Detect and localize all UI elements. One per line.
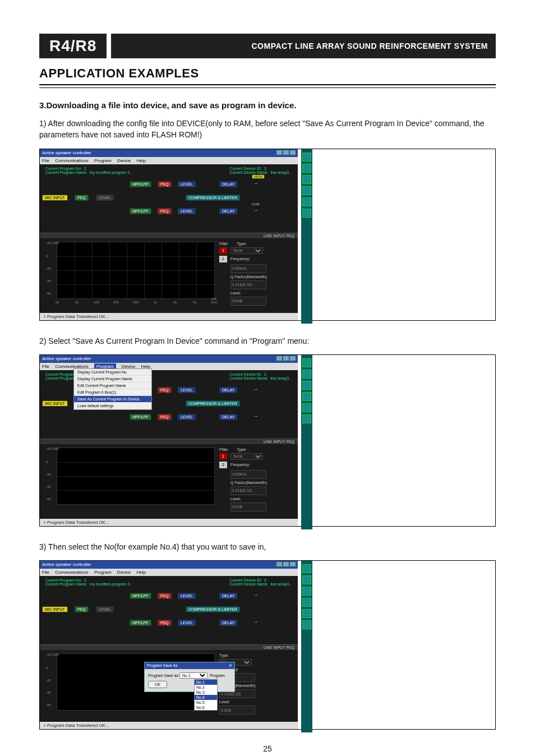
block-comp[interactable]: COMPRESSOR & LIMITER <box>186 606 240 612</box>
x-label: 1k <box>154 301 157 304</box>
window-buttons[interactable] <box>275 150 296 156</box>
window-titlebar: Active speaker controller <box>40 149 298 157</box>
list-item[interactable]: No.6 <box>195 705 217 710</box>
block-comp[interactable]: COMPRESSOR & LIMITER <box>186 195 240 201</box>
block-peq[interactable]: PEQ <box>158 593 172 599</box>
filter-1-button[interactable]: 1 <box>219 453 227 460</box>
q-input[interactable] <box>230 280 266 289</box>
list-item[interactable]: No.1 <box>195 680 217 685</box>
block-hpf[interactable]: HPF/LPF <box>130 593 151 599</box>
window-buttons[interactable] <box>275 562 296 568</box>
block-peq[interactable]: PEQ <box>158 387 172 393</box>
block-hpf-1[interactable]: HPF/LPF <box>130 181 151 187</box>
block-level-2[interactable]: LEVEL <box>178 208 196 214</box>
menu-file[interactable]: File <box>42 364 49 369</box>
menu-program[interactable]: Program <box>94 570 112 575</box>
filter-1-button[interactable]: 1 <box>219 247 227 254</box>
panel-header: LINE INPUT PEQ <box>40 439 298 444</box>
freq-input[interactable] <box>230 264 266 273</box>
menu-device[interactable]: Device <box>117 158 131 163</box>
block-level[interactable]: LEVEL <box>178 620 196 626</box>
block-delay-1[interactable]: DELAY <box>219 181 237 187</box>
menu-item[interactable]: Display Current Program No <box>74 369 151 376</box>
menu-file[interactable]: File <box>42 570 49 575</box>
screenshot-2: Active speaker controller File Communica… <box>39 354 496 527</box>
block-mic-input[interactable]: MIC INPUT <box>42 195 68 201</box>
block-hpf[interactable]: HPF/LPF <box>130 414 151 420</box>
arrow-high: → <box>253 180 259 186</box>
eq-graph[interactable]: +20 (dB)0-20-40-60 <box>57 448 215 505</box>
block-level-1[interactable]: LEVEL <box>178 181 196 187</box>
menu-item[interactable]: Edit Current Program Name <box>74 382 151 389</box>
side-toolbar[interactable] <box>301 149 312 324</box>
freq-input[interactable] <box>230 470 266 479</box>
program-no-list[interactable]: No.1 No.2 No.3 No.4 No.5 No.6 <box>194 679 218 711</box>
list-item[interactable]: No.5 <box>195 700 217 705</box>
block-mic-input[interactable]: MIC INPUT <box>42 606 68 612</box>
block-hpf[interactable]: HPF/LPF <box>130 620 151 626</box>
x-label: 100 <box>94 301 99 304</box>
list-item[interactable]: No.4 <box>195 695 217 700</box>
block-level[interactable]: LEVEL <box>178 414 196 420</box>
block-peq-2[interactable]: PEQ <box>158 208 172 214</box>
list-item[interactable]: No.3 <box>195 690 217 695</box>
header-bar: R4/R8 COMPACT LINE ARRAY SOUND REINFORCE… <box>39 34 496 58</box>
program-no-select[interactable]: No.1 <box>179 672 207 679</box>
menu-file[interactable]: File <box>42 158 49 163</box>
menu-help[interactable]: Help <box>137 158 146 163</box>
menu-comm[interactable]: Communications <box>55 570 89 575</box>
menu-program[interactable]: Program <box>94 158 112 163</box>
page-number: 25 <box>39 744 496 753</box>
block-peq[interactable]: PEQ <box>158 620 172 626</box>
type-select[interactable]: None <box>230 247 263 254</box>
eq-area: +20 (dB) 0 -20 -40 -60 20 50 100 200 500… <box>40 238 298 313</box>
block-peq-in[interactable]: PEQ <box>75 195 89 201</box>
menu-item[interactable]: Load default settings <box>74 403 151 409</box>
block-level[interactable]: LEVEL <box>96 606 114 612</box>
menu-item-save-as[interactable]: Save As Current Program In Device <box>74 396 151 403</box>
block-delay[interactable]: DELAY <box>219 414 237 420</box>
divider <box>39 84 496 88</box>
block-comp[interactable]: COMPRESSOR & LIMITER <box>186 400 240 407</box>
block-hpf-2[interactable]: HPF/LPF <box>130 208 151 214</box>
block-peq[interactable]: PEQ <box>158 414 172 420</box>
filter-2-button[interactable]: 2 <box>219 462 227 468</box>
filter-2-button[interactable]: 2 <box>219 256 227 262</box>
list-item[interactable]: No.2 <box>195 685 217 690</box>
menubar[interactable]: File Communications Program Device Help <box>40 157 298 164</box>
close-icon[interactable]: ✕ <box>229 663 232 668</box>
menu-comm[interactable]: Communications <box>55 158 89 163</box>
block-delay[interactable]: DELAY <box>219 593 237 599</box>
block-level[interactable]: LEVEL <box>178 387 196 393</box>
step-3-title: 3.Downloading a file into device, and sa… <box>39 100 496 110</box>
block-delay[interactable]: DELAY <box>219 387 237 393</box>
ok-button[interactable]: OK <box>148 681 167 688</box>
block-peq[interactable]: PEQ <box>75 606 89 612</box>
block-level-in[interactable]: LEVEL <box>96 195 114 201</box>
eq-graph[interactable]: +20 (dB) 0 -20 -40 -60 20 50 100 200 500… <box>57 242 215 299</box>
status-bar: > Program Data Transfered OK... <box>40 313 298 320</box>
menu-device[interactable]: Device <box>117 570 131 575</box>
menubar[interactable]: File Communications Program Device Help <box>40 569 298 576</box>
side-toolbar[interactable] <box>301 561 312 732</box>
filter-label: Filter <box>219 242 228 246</box>
menu-help[interactable]: Help <box>137 570 146 575</box>
y-label: 0 <box>46 255 48 258</box>
block-level[interactable]: LEVEL <box>178 593 196 599</box>
side-toolbar[interactable] <box>301 355 312 529</box>
x-label: 20k (Hz) <box>211 297 217 304</box>
block-peq-1[interactable]: PEQ <box>158 181 172 187</box>
menu-item[interactable]: Display Current Program Name <box>74 376 151 382</box>
save-as-dialog: Program Save As✕ Program Save as No.1 Pr… <box>144 662 235 692</box>
block-delay[interactable]: DELAY <box>219 620 237 626</box>
q-input[interactable] <box>230 486 266 495</box>
window-buttons[interactable] <box>275 356 296 362</box>
level-input[interactable] <box>230 297 266 306</box>
type-select[interactable]: None <box>230 453 263 460</box>
level-input[interactable] <box>219 706 255 714</box>
menu-item[interactable]: Edit Program 6 Bus(1) <box>74 389 151 396</box>
block-mic-input[interactable]: MIC INPUT <box>42 400 68 407</box>
block-delay-2[interactable]: DELAY <box>219 208 237 214</box>
program-dropdown[interactable]: Display Current Program No Display Curre… <box>73 368 152 410</box>
level-input[interactable] <box>230 503 266 511</box>
